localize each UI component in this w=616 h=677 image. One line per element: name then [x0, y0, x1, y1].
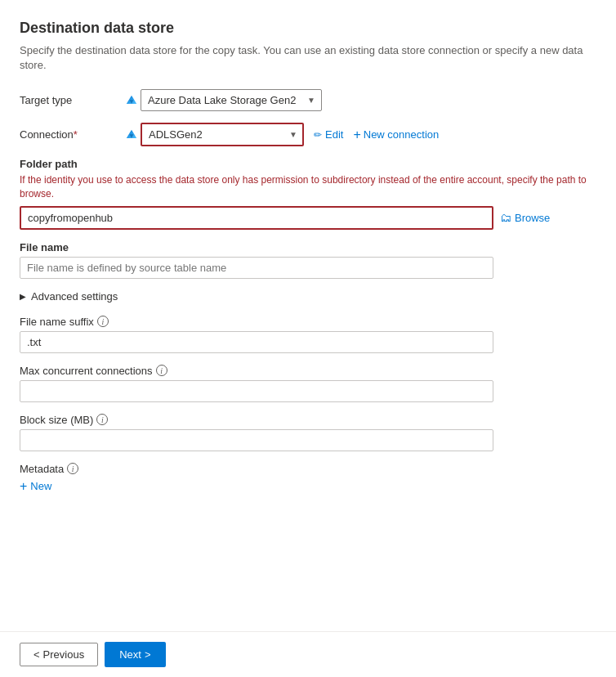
file-name-label: File name — [20, 241, 596, 253]
file-name-section: File name — [20, 241, 596, 279]
next-arrow-icon: > — [145, 648, 151, 661]
folder-path-section: Folder path If the identity you use to a… — [20, 158, 596, 230]
advanced-settings-label: Advanced settings — [31, 290, 118, 303]
file-name-suffix-info-icon[interactable]: i — [97, 316, 109, 327]
connection-select-wrapper: ADLSGen2 ▼ — [126, 123, 304, 146]
connection-controls: ADLSGen2 ▼ ✏ Edit + New connection — [126, 123, 439, 146]
folder-path-label: Folder path — [20, 158, 596, 170]
previous-button[interactable]: < Previous — [20, 643, 98, 666]
target-type-select-wrapper: Azure Data Lake Storage Gen2 ▼ — [126, 89, 322, 111]
max-concurrent-label: Max concurrent connections i — [20, 365, 596, 377]
max-concurrent-input[interactable] — [20, 380, 493, 402]
azure-icon — [126, 95, 137, 106]
connection-label: Connection* — [20, 128, 126, 141]
block-size-section: Block size (MB) i — [20, 414, 596, 451]
max-concurrent-info-icon[interactable]: i — [156, 365, 167, 376]
metadata-info-icon[interactable]: i — [67, 463, 78, 474]
block-size-label: Block size (MB) i — [20, 414, 596, 426]
pencil-icon: ✏ — [314, 129, 322, 141]
advanced-settings-row[interactable]: ▶ Advanced settings — [20, 290, 596, 303]
block-size-input[interactable] — [20, 429, 493, 451]
browse-link[interactable]: 🗂 Browse — [500, 211, 550, 224]
connection-select[interactable]: ADLSGen2 — [141, 123, 304, 146]
file-name-suffix-section: File name suffix i — [20, 316, 596, 353]
footer: < Previous Next > — [0, 631, 616, 677]
page-title: Destination data store — [20, 20, 596, 37]
target-type-row: Target type Azure Data Lake Storage Gen2… — [20, 89, 596, 111]
required-indicator: * — [74, 128, 78, 141]
block-size-info-icon[interactable]: i — [96, 414, 108, 425]
connection-row: Connection* ADLSGen2 ▼ ✏ Edit + New conn… — [20, 123, 596, 146]
file-name-input[interactable] — [20, 257, 493, 279]
previous-arrow-icon: < — [33, 648, 40, 661]
new-connection-link[interactable]: + New connection — [353, 128, 439, 141]
file-name-suffix-input[interactable] — [20, 331, 493, 353]
advanced-settings-triangle-icon: ▶ — [20, 292, 26, 301]
edit-link[interactable]: ✏ Edit — [314, 128, 343, 141]
folder-path-row: 🗂 Browse — [20, 206, 596, 230]
connection-azure-icon — [126, 129, 137, 141]
metadata-label: Metadata i — [20, 463, 596, 475]
folder-browse-icon: 🗂 — [500, 211, 511, 224]
target-type-label: Target type — [20, 94, 126, 106]
next-button[interactable]: Next > — [105, 642, 165, 667]
new-connection-plus-icon: + — [353, 128, 360, 141]
file-name-suffix-label: File name suffix i — [20, 316, 596, 328]
folder-path-input[interactable] — [20, 206, 493, 230]
max-concurrent-section: Max concurrent connections i — [20, 365, 596, 402]
new-metadata-button[interactable]: + New — [20, 480, 51, 493]
folder-path-note: If the identity you use to access the da… — [20, 173, 596, 201]
metadata-section: Metadata i + New — [20, 463, 596, 493]
page-description: Specify the destination data store for t… — [20, 43, 596, 73]
new-metadata-plus-icon: + — [20, 480, 27, 493]
target-type-select[interactable]: Azure Data Lake Storage Gen2 — [141, 89, 322, 111]
